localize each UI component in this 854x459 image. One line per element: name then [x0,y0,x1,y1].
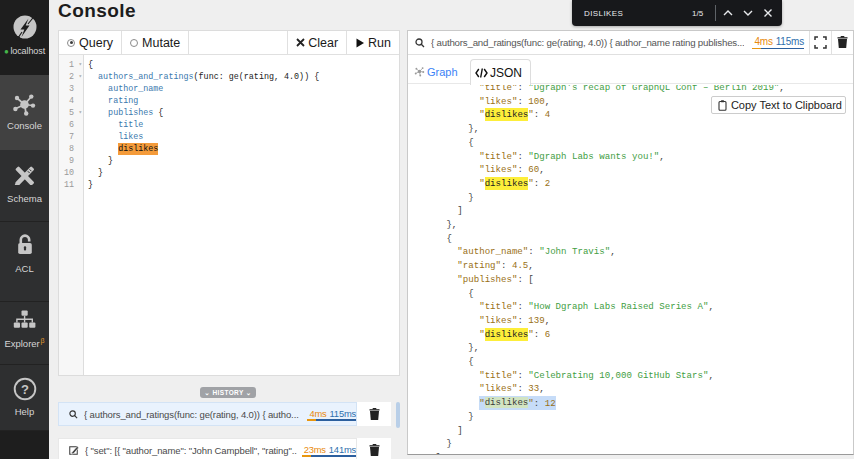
svg-text:?: ? [21,382,29,397]
